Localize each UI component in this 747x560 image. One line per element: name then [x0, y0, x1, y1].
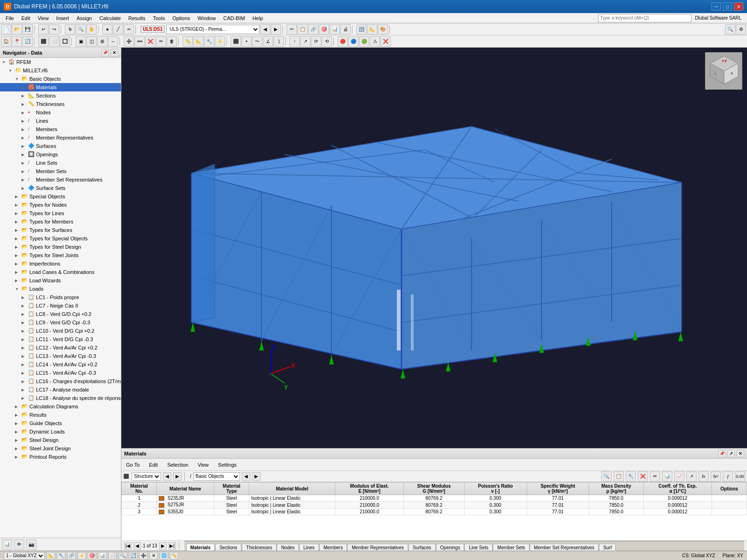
- menu-view[interactable]: View: [34, 14, 53, 22]
- maximize-button[interactable]: □: [723, 2, 732, 11]
- close-button[interactable]: ✕: [734, 2, 743, 11]
- menu-window[interactable]: Window: [194, 14, 219, 22]
- tb-btn-7[interactable]: 🔢: [356, 24, 366, 35]
- tb2-16[interactable]: 📏: [183, 36, 193, 47]
- mat-tb-5[interactable]: ✏: [650, 471, 660, 482]
- settings-btn[interactable]: ⚙: [736, 24, 746, 35]
- tb2-17[interactable]: 📐: [193, 36, 204, 47]
- table-row[interactable]: 2 S275JR Steel Isotropic | Linear Elasti…: [122, 502, 747, 508]
- building-viewport[interactable]: Z X Y: [121, 48, 747, 448]
- tb-btn-3[interactable]: 🔗: [308, 24, 318, 35]
- tree-lc12[interactable]: ▶ 📋 LC12 - Vent Av/Ar Cpi +0.2: [0, 343, 121, 352]
- tree-types-steel-joints[interactable]: ▶ 📂 Types for Steel Joints: [0, 251, 121, 259]
- page-prev[interactable]: ◀: [134, 542, 141, 550]
- tb2-31[interactable]: 🟢: [359, 36, 369, 47]
- mat-tb-1[interactable]: 🔍: [601, 471, 612, 482]
- tb2-19[interactable]: ⚡: [215, 36, 225, 47]
- mat-tb-3[interactable]: 🔧: [626, 471, 636, 482]
- tab-sections[interactable]: Sections: [215, 544, 241, 551]
- mat-tb-fx[interactable]: fx: [698, 471, 709, 482]
- uls-select[interactable]: ULS (STR/GEO) - Perma...: [166, 25, 260, 34]
- select-btn[interactable]: 🖱: [65, 24, 75, 35]
- tree-member-reps[interactable]: ▶ / Member Representatives: [0, 133, 121, 142]
- tree-types-special[interactable]: ▶ 📂 Types for Special Objects: [0, 234, 121, 243]
- mat-goto[interactable]: Go To: [123, 461, 142, 469]
- tree-types-surfaces[interactable]: ▶ 📂 Types for Surfaces: [0, 226, 121, 234]
- mat-view[interactable]: View: [195, 461, 211, 469]
- status-tb-4[interactable]: ⚡: [78, 552, 86, 560]
- tb2-12[interactable]: ➖: [134, 36, 145, 47]
- tree-lc15[interactable]: ▶ 📋 LC15 - Vent Ar/Av Cpi -0.3: [0, 369, 121, 377]
- tree-special-objects[interactable]: ▶ 📂 Special Objects: [0, 192, 121, 201]
- status-tb-3[interactable]: 🔗: [67, 552, 76, 560]
- tree-line-sets[interactable]: ▶ / Line Sets: [0, 159, 121, 167]
- mat-tb-7[interactable]: 📈: [674, 471, 684, 482]
- mat-settings[interactable]: Settings: [215, 461, 240, 469]
- filter2-prev[interactable]: ◀: [242, 472, 250, 481]
- mat-tb-2[interactable]: 📋: [613, 471, 624, 482]
- tab-lines[interactable]: Lines: [299, 544, 319, 551]
- nav-cube[interactable]: +Y L R: [705, 52, 742, 90]
- tab-materials[interactable]: Materials: [186, 544, 215, 551]
- tb2-15[interactable]: 🗑: [167, 36, 177, 47]
- table-row[interactable]: 3 S355J0 Steel Isotropic | Linear Elasti…: [122, 508, 747, 515]
- tree-materials[interactable]: ▶ 🧱 Materials: [0, 83, 121, 91]
- zoom-btn[interactable]: 🔍: [76, 24, 86, 35]
- tree-imperfections[interactable]: ▶ 📂 Imperfections: [0, 259, 121, 268]
- tab-openings[interactable]: Openings: [436, 544, 465, 551]
- mat-edit[interactable]: Edit: [146, 461, 161, 469]
- mat-selection[interactable]: Selection: [164, 461, 191, 469]
- status-tb-10[interactable]: ➕: [139, 552, 148, 560]
- tree-lc11[interactable]: ▶ 📋 LC11 - Vent D/G Cpi -0.3: [0, 335, 121, 343]
- pan-btn[interactable]: ✋: [86, 24, 97, 35]
- tree-lc14[interactable]: ▶ 📋 LC14 - Vent Ar/Av Cpi +0.2: [0, 360, 121, 369]
- status-tb-2[interactable]: 🔧: [57, 552, 65, 560]
- status-tb-1[interactable]: 📐: [47, 552, 55, 560]
- mat-tb-6[interactable]: 📊: [662, 471, 672, 482]
- tb-btn-6[interactable]: 🖨: [340, 24, 351, 35]
- tb2-21[interactable]: ⚬: [241, 36, 252, 47]
- redo-btn[interactable]: ↪: [49, 24, 59, 35]
- menu-results[interactable]: Results: [125, 14, 149, 22]
- tb-btn-5[interactable]: 📊: [330, 24, 340, 35]
- tree-types-steel-design[interactable]: ▶ 📂 Types for Steel Design: [0, 243, 121, 251]
- save-btn[interactable]: 💾: [22, 24, 33, 35]
- page-next[interactable]: ▶: [159, 542, 167, 550]
- tb2-25[interactable]: ↑: [289, 36, 300, 47]
- tab-surf[interactable]: Surf: [599, 544, 616, 551]
- filter2-next[interactable]: ▶: [252, 472, 261, 481]
- tree-thicknesses[interactable]: ▶ 📏 Thicknesses: [0, 100, 121, 108]
- mat-tb-zero[interactable]: 0.00: [735, 471, 745, 482]
- mat-tb-fxy[interactable]: fx²: [711, 471, 721, 482]
- tab-thicknesses[interactable]: Thicknesses: [242, 544, 276, 551]
- tree-openings[interactable]: ▶ 🔲 Openings: [0, 150, 121, 159]
- tab-member-reps[interactable]: Member Representatives: [347, 544, 408, 551]
- tb2-30[interactable]: 🔵: [348, 36, 359, 47]
- search-input[interactable]: [598, 14, 691, 22]
- menu-tools[interactable]: Tools: [149, 14, 169, 22]
- tb2-28[interactable]: ⟲: [322, 36, 332, 47]
- tree-lc7[interactable]: ▶ 📋 LC7 - Neige Cas II: [0, 301, 121, 310]
- tree-steel-joint-design[interactable]: ▶ 📂 Steel Joint Design: [0, 444, 121, 453]
- status-tb-8[interactable]: 🔍: [119, 552, 127, 560]
- tb-btn-1[interactable]: ✂: [287, 24, 297, 35]
- status-tb-5[interactable]: 🎯: [88, 552, 96, 560]
- tb2-29[interactable]: 🔴: [338, 36, 348, 47]
- undo-btn[interactable]: ↩: [38, 24, 49, 35]
- tree-results[interactable]: ▶ 📂 Results: [0, 411, 121, 419]
- tree-lc8[interactable]: ▶ 📋 LC8 - Vent G/D Cpi +0.2: [0, 310, 121, 318]
- tree-member-sets[interactable]: ▶ / Member Sets: [0, 167, 121, 175]
- tb2-27[interactable]: ⟳: [311, 36, 321, 47]
- mat-pin-btn[interactable]: 📌: [718, 450, 726, 457]
- status-tb-13[interactable]: 📏: [170, 552, 178, 560]
- status-tb-9[interactable]: 🔄: [129, 552, 137, 560]
- tab-member-set-reps[interactable]: Member Set Representatives: [530, 544, 599, 551]
- tree-types-members[interactable]: ▶ 📂 Types for Members: [0, 217, 121, 226]
- tb2-10[interactable]: ↔: [108, 36, 118, 47]
- render-btn[interactable]: 🎨: [378, 24, 388, 35]
- nav-camera-btn[interactable]: 📷: [26, 539, 36, 550]
- open-btn[interactable]: 📂: [12, 24, 22, 35]
- tab-line-sets[interactable]: Line Sets: [465, 544, 493, 551]
- tree-member-set-reps[interactable]: ▶ / Member Set Representatives: [0, 175, 121, 184]
- status-tb-11[interactable]: ✕: [149, 552, 158, 560]
